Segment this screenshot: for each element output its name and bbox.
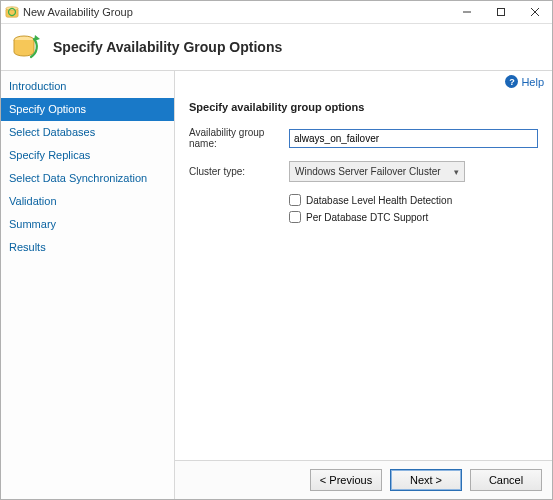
cluster-type-select[interactable]: Windows Server Failover Cluster ▾ — [289, 161, 465, 182]
content-inner: Specify availability group options Avail… — [175, 71, 552, 460]
label-dtc-support: Per Database DTC Support — [306, 212, 428, 223]
page-title: Specify Availability Group Options — [53, 39, 282, 55]
help-icon: ? — [505, 75, 518, 88]
content-pane: ? Help Specify availability group option… — [175, 71, 552, 499]
step-summary[interactable]: Summary — [1, 213, 174, 236]
cluster-type-value: Windows Server Failover Cluster — [290, 166, 448, 177]
row-group-name: Availability group name: — [189, 127, 538, 149]
step-introduction[interactable]: Introduction — [1, 75, 174, 98]
header-section: Specify Availability Group Options — [1, 24, 552, 71]
label-cluster-type: Cluster type: — [189, 166, 289, 177]
window-controls — [450, 1, 552, 23]
step-specify-options[interactable]: Specify Options — [1, 98, 174, 121]
help-link[interactable]: ? Help — [505, 75, 544, 88]
help-label: Help — [521, 76, 544, 88]
header-icon — [9, 31, 41, 63]
step-select-databases[interactable]: Select Databases — [1, 121, 174, 144]
row-cluster-type: Cluster type: Windows Server Failover Cl… — [189, 161, 538, 182]
step-specify-replicas[interactable]: Specify Replicas — [1, 144, 174, 167]
minimize-button[interactable] — [450, 1, 484, 23]
label-group-name: Availability group name: — [189, 127, 289, 149]
checkbox-db-health[interactable] — [289, 194, 301, 206]
next-button[interactable]: Next > — [390, 469, 462, 491]
chevron-down-icon: ▾ — [448, 167, 464, 177]
window-title: New Availability Group — [23, 6, 450, 18]
wizard-window: New Availability Group Specify Availabil… — [0, 0, 553, 500]
step-select-data-sync[interactable]: Select Data Synchronization — [1, 167, 174, 190]
checkbox-dtc-support[interactable] — [289, 211, 301, 223]
step-sidebar: Introduction Specify Options Select Data… — [1, 71, 175, 499]
cancel-button[interactable]: Cancel — [470, 469, 542, 491]
step-validation[interactable]: Validation — [1, 190, 174, 213]
row-db-health: Database Level Health Detection — [289, 194, 538, 206]
close-button[interactable] — [518, 1, 552, 23]
svg-rect-3 — [498, 9, 505, 16]
label-db-health: Database Level Health Detection — [306, 195, 452, 206]
section-heading: Specify availability group options — [189, 101, 538, 113]
svg-marker-7 — [34, 35, 40, 41]
previous-button[interactable]: < Previous — [310, 469, 382, 491]
group-name-input[interactable] — [289, 129, 538, 148]
wizard-body: Introduction Specify Options Select Data… — [1, 71, 552, 499]
step-results[interactable]: Results — [1, 236, 174, 259]
titlebar: New Availability Group — [1, 1, 552, 24]
app-icon — [5, 5, 19, 19]
button-bar: < Previous Next > Cancel — [175, 460, 552, 499]
row-dtc-support: Per Database DTC Support — [289, 211, 538, 223]
maximize-button[interactable] — [484, 1, 518, 23]
